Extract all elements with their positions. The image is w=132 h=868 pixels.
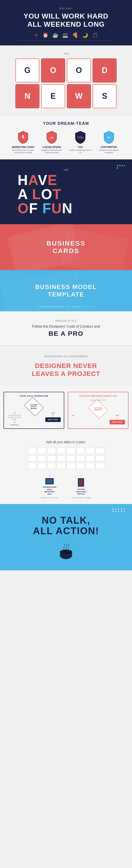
dot [117,165,118,166]
startup-yes-branch: YES NEXT STEP [109,415,125,425]
split-two-columns: ↓ PRESENTATIONMOSTIMPORTANTINFO present … [4,473,128,499]
dot [124,165,125,166]
moon-icon: 🌙 [82,32,88,38]
section-split: Split all your slides in 2 parts: [0,434,132,504]
slide-23 [86,463,95,469]
dots-decoration [117,165,125,169]
startup-no-label: NO [72,415,75,416]
slide-10 [37,455,46,461]
daily-next-step: NEXT STEP [45,417,61,422]
poster-slide-icon [78,478,85,487]
svg-text:✏: ✏ [108,136,111,140]
fun-title: HAVE A LOT OF FUN [4,173,128,215]
startup-yes-label: YES [116,415,119,416]
fun-line2: A LOT [17,187,128,201]
developers-shield-icon: </> [46,131,57,144]
pizza-icon: 🍕 [72,32,78,38]
dot-3 [118,508,119,510]
svg-rect-11 [62,550,63,553]
slide-19 [47,463,56,469]
slide-12 [57,455,65,461]
slide-24 [95,463,104,469]
redesign-label: REDESIGN [10,424,19,426]
slides-grid [4,448,128,469]
team-you: YOU YOU master of pride and lord of UX [68,131,92,154]
marketing-name: marketing guru [12,146,34,148]
section-business-model: BUSINESS MODEL TEMPLATE THE BUSINESS MOD… [0,270,132,311]
letter-S: S [93,84,117,108]
slide-4 [57,448,65,454]
split-poster: ↓ POSTER:ADDITIONALDETAILS print it and … [72,473,91,499]
team-row: $ marketing guru who knows how to make m… [4,131,128,154]
bad-news-label: Bad news: [9,7,123,10]
developers-name: 2 developers [42,146,61,148]
marketing-role: who knows how to make money from nothing [11,149,35,154]
action-dots [112,508,125,512]
split-presentation: ↓ PRESENTATIONMOSTIMPORTANTINFO present … [41,473,58,499]
daily-flow-diagram: IS IT NON-EFFECT DESIGN? NO and don't do… [6,399,61,426]
team-marketing-guru: $ marketing guru who knows how to make m… [11,131,35,154]
dot-8 [118,511,119,512]
copywriter-shield-icon: ✏ [103,131,115,144]
follow-label: Follow the Designers' Code of Conduct an… [4,324,128,329]
arrow-v1 [14,421,15,423]
team-developers: </> 2 developers knights of backend and … [40,131,64,154]
dream-team-title: YOUR DREAM-TEAM [4,121,128,126]
bm-bg-text: THE BUSINESS MODEL · Any Activities · Va… [0,305,132,308]
slides-row-3 [28,463,104,469]
slide-18 [37,463,46,469]
copywriter-name: copywriter [101,146,117,148]
slide-3 [47,448,56,454]
dot-4 [121,508,122,510]
presentation-icon-row [45,478,54,485]
and-label: And [4,52,128,55]
svg-rect-7 [79,479,83,486]
marketing-shield-icon: $ [17,131,29,144]
letter-G: G [15,58,39,83]
presentation-label: PRESENTATIONMOSTIMPORTANTINFO [43,486,56,495]
good-news-grid: G O O D N E W S [15,58,117,108]
designer-headline: DESIGNER NEVER LEAVES A PROJECT [4,362,128,378]
bad-news-icons: ☀ ⏰ ☕ 💻 🍕 🌙 🎵 [9,32,123,38]
slide-5 [67,448,75,454]
letter-D: D [93,58,117,83]
svg-text:</>: </> [50,136,54,140]
coffee-icon: ☕ [52,32,58,38]
dot-5 [124,508,125,510]
pot-icon [4,543,128,562]
letter-W: W [67,84,91,108]
fun-line3: OF FUN [17,201,128,215]
you-role: master of pride and lord of UX [68,149,92,154]
dot-6 [112,511,114,512]
slide-6 [76,448,85,454]
startup-no-branch: NO [72,415,75,416]
svg-text:YOU: YOU [77,136,84,140]
and-small: and [4,168,128,171]
section-divider [20,41,112,41]
slide-22 [76,463,85,469]
dot-9 [121,511,122,512]
slide-21 [67,463,75,469]
moral-label: Moral part of Tip 2 [4,319,128,322]
fun-line1: HAVE [17,173,128,187]
slide-7 [86,448,95,454]
section-be-pro: Moral part of Tip 2 Follow the Designers… [0,311,132,345]
poster-label: POSTER:ADDITIONALDETAILS [76,488,86,495]
section-dream-team: YOUR DREAM-TEAM $ marketing guru who kno… [0,115,132,159]
cauldron-svg [57,543,75,561]
startup-flow-diagram: are you designer of all? IS IT GOOD ENOU… [71,399,126,425]
slide-2 [37,448,46,454]
split-label: Split all your slides in 2 parts: [4,440,128,444]
daily-workflow-box: YOUR DAILY WORKFLOW IS IT NON-EFFECT DES… [3,392,64,429]
poster-icon-row [78,478,85,487]
daily-no-label: NO [13,412,16,414]
slide-13 [67,455,75,461]
slide-9 [28,455,37,461]
arrow-down-left: ↓ [49,473,50,477]
slides-row-2 [28,455,104,461]
section-workflow: YOUR DAILY WORKFLOW IS IT NON-EFFECT DES… [0,386,132,434]
arrow-v2 [53,414,53,417]
team-copywriter: ✏ copywriter immortal Lorem Ipsum conque… [97,131,121,154]
section-action: NO TALK, ALL ACTION! [0,504,132,570]
slide-14 [76,455,85,461]
